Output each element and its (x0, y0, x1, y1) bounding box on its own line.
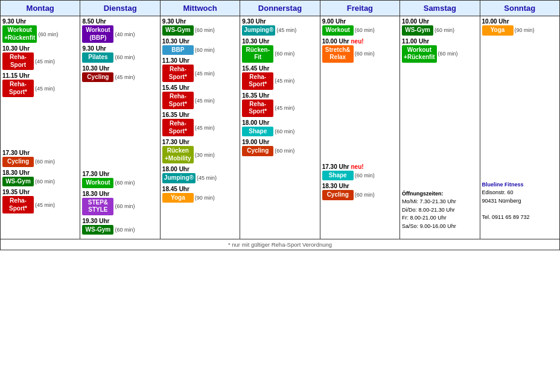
montag-class-6: Reha-Sport* (45 min) (2, 196, 78, 213)
wsgym4-block: WS-Gym (402, 25, 433, 36)
yoga2-block: Yoga (482, 25, 514, 36)
montag-time-6: 19.35 Uhr (2, 189, 78, 195)
dienstag-col: 8.50 Uhr Workout(BBP) (40 min) 9.30 Uhr … (80, 16, 160, 239)
freitag-class-3: Shape (60 min) (322, 171, 398, 181)
opening-hours-block: Öffnungszeiten: Mo/Mi: 7.30-21.30 Uhr Di… (402, 190, 477, 231)
header-dienstag: Dienstag (80, 1, 160, 16)
shape-block: Shape (242, 127, 273, 137)
jumping2-block: Jumping® (242, 25, 275, 36)
freitag-time-2: 10.00 Uhr neu! (322, 38, 398, 45)
dur: (60 min) (35, 159, 55, 165)
dienstag-time-1: 8.50 Uhr (82, 18, 158, 25)
mittwoch-time-3: 11.30 Uhr (162, 57, 238, 64)
dur: (60 min) (434, 27, 454, 33)
mittwoch-class-5: Reha-Sport* (45 min) (162, 119, 238, 136)
footer-row: * nur mit gültiger Reha-Sport Verordnung (1, 239, 560, 250)
cycling-block2: Cycling (82, 72, 113, 83)
cycling-block: Cycling (2, 157, 34, 167)
rucken-mobility-block: Rücken+Mobility (162, 146, 194, 163)
dur: (45 min) (276, 27, 296, 33)
sonntag-time-1: 10.00 Uhr (482, 18, 558, 25)
dienstag-time-5: 18.30 Uhr (82, 191, 158, 197)
rehasport4-block: Reha-Sport* (162, 65, 194, 82)
wsgym2-block: WS-Gym (82, 225, 113, 235)
wsgym-block: WS-Gym (2, 177, 34, 187)
dur: (45 min) (275, 105, 294, 111)
mittwoch-time-2: 10.30 Uhr (162, 38, 238, 45)
montag-class-4: Cycling (60 min) (2, 157, 78, 167)
header-mittwoch: Mittwoch (160, 1, 240, 16)
workout-bbp-block: Workout(BBP) (82, 25, 113, 43)
dur: (30 min) (195, 152, 215, 158)
dur: (60 min) (355, 27, 375, 33)
dienstag-class-3: Cycling (45 min) (82, 72, 158, 83)
yoga-block: Yoga (162, 193, 194, 203)
donnerstag-time-2: 10.30 Uhr (242, 38, 317, 45)
mittwoch-class-8: Yoga (90 min) (162, 193, 238, 203)
workout2-block: Workout (322, 25, 354, 36)
dur: (60 min) (195, 47, 215, 53)
pilates-block: Pilates (82, 52, 113, 63)
montag-time-5: 18.30 Uhr (2, 169, 78, 176)
donnerstag-time-1: 9.30 Uhr (242, 18, 317, 25)
dur: (60 min) (275, 51, 294, 57)
donnerstag-time-5: 16.35 Uhr (242, 92, 317, 99)
studio-info-block: Blueline Fitness Edisonstr. 60 90431 Nür… (482, 181, 558, 222)
workout-block: Workout (82, 178, 113, 188)
montag-class-2: Reha-Sport (45 min) (2, 52, 78, 70)
stretch-relax-block: Stretch&Relax (322, 45, 354, 63)
freitag-time-4: 18.30 Uhr (322, 183, 398, 189)
dur: (45 min) (115, 74, 135, 80)
samstag-class-1: WS-Gym (60 min) (402, 25, 477, 36)
donnerstag-class-5: Reha-Sport* (45 min) (242, 100, 317, 117)
header-sonntag: Sonntag (480, 1, 559, 16)
dienstag-time-2: 9.30 Uhr (82, 45, 158, 52)
dur: (45 min) (35, 58, 55, 65)
samstag-class-2: Workout+Rückenfit (60 min) (402, 45, 477, 63)
montag-time-3: 11.15 Uhr (2, 72, 78, 79)
montag-class-1: Workout+Rückenfit (60 min) (2, 25, 78, 43)
dur: (60 min) (115, 227, 135, 233)
montag-time-1: 9.30 Uhr (2, 18, 78, 25)
dienstag-class-1: Workout(BBP) (40 min) (82, 25, 158, 43)
dur: (60 min) (115, 203, 135, 209)
header-samstag: Samstag (400, 1, 480, 16)
dur: (45 min) (35, 86, 55, 92)
freitag-class-2: Stretch&Relax (60 min) (322, 45, 398, 63)
montag-class-5: WS-Gym (60 min) (2, 177, 78, 187)
rehasport7-block: Reha-Sport* (242, 72, 273, 90)
bbp-block: BBP (162, 45, 194, 55)
dur: (60 min) (35, 179, 55, 185)
freitag-col: 9.00 Uhr Workout (60 min) 10.00 Uhr neu!… (320, 16, 399, 239)
freitag-time-1: 9.00 Uhr (322, 18, 398, 25)
montag-class-3: Reha-Sport* (45 min) (2, 80, 78, 97)
samstag-time-2: 11.00 Uhr (402, 38, 477, 45)
samstag-time-1: 10.00 Uhr (402, 18, 477, 25)
donnerstag-class-7: Cycling (60 min) (242, 146, 317, 156)
donnerstag-class-1: Jumping® (45 min) (242, 25, 317, 36)
dur: (60 min) (355, 192, 375, 198)
mittwoch-class-7: Jumping® (45 min) (162, 173, 238, 183)
dur: (45 min) (195, 98, 215, 104)
mittwoch-class-2: BBP (60 min) (162, 45, 238, 55)
dur: (45 min) (195, 71, 215, 77)
mittwoch-time-6: 17.30 Uhr (162, 139, 238, 145)
freitag-class-1: Workout (60 min) (322, 25, 398, 36)
donnerstag-time-4: 15.45 Uhr (242, 65, 317, 72)
dienstag-class-4: Workout (60 min) (82, 178, 158, 188)
donnerstag-class-2: Rücken-Fit (60 min) (242, 45, 317, 63)
freitag-class-4: Cycling (60 min) (322, 190, 398, 200)
header-montag: Montag (1, 1, 80, 16)
dienstag-time-3: 10.30 Uhr (82, 65, 158, 72)
rehasport5-block: Reha-Sport* (162, 92, 194, 109)
dur: (60 min) (355, 51, 375, 57)
dienstag-class-5: STEP&STYLE (60 min) (82, 198, 158, 215)
dur: (60 min) (275, 128, 294, 134)
dur: (90 min) (195, 195, 215, 201)
dienstag-time-6: 19.30 Uhr (82, 218, 158, 224)
sonntag-col: 10.00 Uhr Yoga (90 min) Blueline Fitness… (480, 16, 559, 239)
dur: (45 min) (35, 202, 55, 208)
dur: (60 min) (115, 54, 135, 60)
wsgym3-block: WS-Gym (162, 25, 194, 36)
cycling3-block: Cycling (322, 190, 354, 200)
